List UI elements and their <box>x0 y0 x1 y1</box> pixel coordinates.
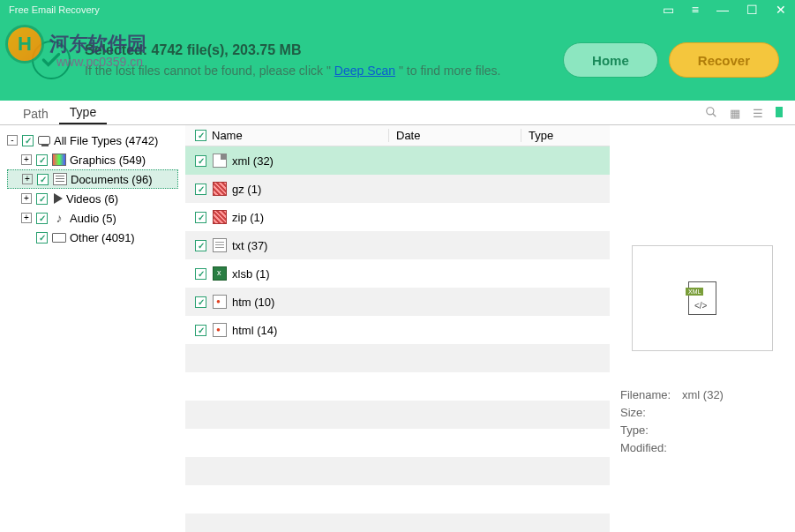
file-name: xlsb (1) <box>232 267 270 281</box>
list-row[interactable]: xml (32) <box>185 146 610 175</box>
list-row[interactable]: xlsb (1) <box>185 259 610 288</box>
col-date[interactable]: Date <box>388 129 521 142</box>
selected-summary: Selected: 4742 file(s), 203.75 MB <box>85 42 563 58</box>
row-checkbox[interactable] <box>195 325 206 336</box>
file-name: htm (10) <box>232 296 274 309</box>
tree-checkbox[interactable] <box>36 232 48 244</box>
preview-box <box>632 245 773 351</box>
search-icon[interactable] <box>705 106 717 121</box>
list-row[interactable]: zip (1) <box>185 203 610 231</box>
tree-checkbox[interactable] <box>37 174 49 185</box>
audio-icon: ♪ <box>52 212 66 224</box>
tree-label: Videos (6) <box>66 192 118 206</box>
tree-item[interactable]: -All File Types (4742) <box>7 131 178 150</box>
tab-path[interactable]: Path <box>12 103 59 124</box>
row-checkbox[interactable] <box>195 155 206 167</box>
app-title: Free Email Recovery <box>9 4 663 15</box>
tree-label: All File Types (4742) <box>54 134 158 147</box>
folder-icon <box>52 233 66 243</box>
detail-view-icon[interactable] <box>776 107 783 120</box>
txt-file-icon <box>213 238 227 252</box>
home-button[interactable]: Home <box>563 42 658 78</box>
list-row-empty <box>185 372 610 401</box>
monitor-icon <box>38 136 50 145</box>
row-checkbox[interactable] <box>195 268 206 280</box>
select-all-checkbox[interactable] <box>195 130 206 141</box>
header: 河东软件园 www.pc0359.cn Selected: 4742 file(… <box>0 19 795 101</box>
tree-checkbox[interactable] <box>36 193 48 205</box>
list-view-icon[interactable]: ☰ <box>753 107 763 120</box>
filename-label: Filename: <box>620 386 682 404</box>
list-row-empty <box>185 457 610 485</box>
grid-view-icon[interactable]: ▦ <box>730 107 740 120</box>
file-name: txt (37) <box>232 239 267 252</box>
tree-item[interactable]: +♪Audio (5) <box>7 208 178 228</box>
svg-point-0 <box>707 108 714 115</box>
file-name: gz (1) <box>232 183 261 196</box>
filename-value: xml (32) <box>682 388 724 401</box>
list-row-empty <box>185 344 610 372</box>
feedback-icon[interactable]: ▭ <box>663 3 674 17</box>
hint-text: If the lost files cannot be found, pleas… <box>85 64 563 78</box>
xls-file-icon <box>213 266 227 281</box>
list-row[interactable]: html (14) <box>185 316 610 344</box>
list-row[interactable]: txt (37) <box>185 231 610 259</box>
size-label: Size: <box>620 404 682 422</box>
menu-icon[interactable]: ≡ <box>692 3 699 17</box>
titlebar: Free Email Recovery ▭ ≡ — ☐ ✕ <box>0 0 795 19</box>
doc-icon <box>53 173 67 185</box>
tree-item[interactable]: +Documents (96) <box>7 169 178 189</box>
tree-checkbox[interactable] <box>36 154 48 166</box>
file-name: html (14) <box>232 324 277 337</box>
tree-item[interactable]: +Graphics (549) <box>7 150 178 169</box>
file-list: Name Date Type xml (32)gz (1)zip (1)txt … <box>185 125 610 532</box>
tree-label: Documents (96) <box>71 173 152 186</box>
expand-icon[interactable]: + <box>21 193 32 204</box>
expand-icon[interactable]: + <box>21 213 32 223</box>
row-checkbox[interactable] <box>195 212 206 223</box>
expand-icon[interactable]: + <box>21 154 32 165</box>
list-header: Name Date Type <box>185 125 610 146</box>
list-row[interactable]: gz (1) <box>185 175 610 203</box>
svg-line-1 <box>713 114 716 117</box>
tree-checkbox[interactable] <box>22 135 34 146</box>
sidebar: -All File Types (4742)+Graphics (549)+Do… <box>0 125 185 532</box>
row-checkbox[interactable] <box>195 184 206 195</box>
video-icon <box>54 193 63 204</box>
col-type[interactable]: Type <box>521 129 574 142</box>
list-row[interactable]: htm (10) <box>185 288 610 316</box>
deep-scan-link[interactable]: Deep Scan <box>334 64 395 78</box>
tree-item[interactable]: Other (4091) <box>7 228 178 247</box>
modified-label: Modified: <box>620 439 682 457</box>
close-icon[interactable]: ✕ <box>776 3 786 17</box>
row-checkbox[interactable] <box>195 240 206 251</box>
detail-panel: Filename:xml (32) Size: Type: Modified: <box>610 125 795 532</box>
minimize-icon[interactable]: — <box>716 3 729 17</box>
file-name: zip (1) <box>232 211 264 224</box>
tree-checkbox[interactable] <box>36 213 48 224</box>
expand-icon[interactable]: - <box>7 135 18 146</box>
list-row-empty <box>185 485 610 513</box>
hint-pre: If the lost files cannot be found, pleas… <box>85 64 334 78</box>
hint-post: " to find more files. <box>399 64 500 78</box>
xml-file-icon <box>688 281 716 315</box>
file-name: xml (32) <box>232 154 274 168</box>
list-row-empty <box>185 401 610 429</box>
recover-button[interactable]: Recover <box>669 42 779 78</box>
htm-file-icon <box>213 295 227 309</box>
tree-label: Other (4091) <box>70 231 135 244</box>
type-label: Type: <box>620 422 682 439</box>
tree-label: Audio (5) <box>70 212 116 225</box>
tab-type[interactable]: Type <box>59 101 107 124</box>
tree-label: Graphics (549) <box>70 154 146 167</box>
maximize-icon[interactable]: ☐ <box>746 3 758 17</box>
col-name[interactable]: Name <box>212 129 243 142</box>
tree-item[interactable]: +Videos (6) <box>7 189 178 208</box>
list-row-empty <box>185 429 610 457</box>
html-file-icon <box>213 323 227 337</box>
row-checkbox[interactable] <box>195 296 206 308</box>
gz-file-icon <box>213 182 227 196</box>
graphics-icon <box>52 154 66 166</box>
list-row-empty <box>185 513 610 532</box>
expand-icon[interactable]: + <box>22 174 33 184</box>
